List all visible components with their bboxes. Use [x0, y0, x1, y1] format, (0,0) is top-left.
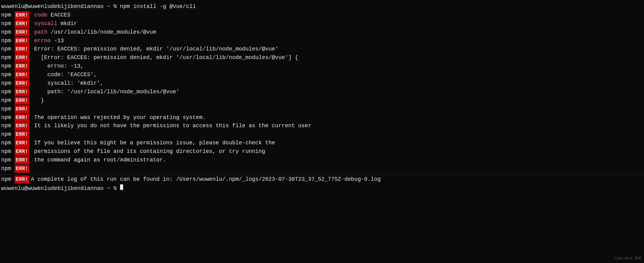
npm-label: npm [1, 105, 14, 113]
err-badge: ERR! [15, 88, 29, 96]
npm-label: npm [1, 45, 14, 54]
terminal-line-4: npm ERR! errno -13 [0, 37, 644, 45]
terminal-line-18: npm ERR! the command again as root/Admin… [0, 156, 644, 165]
terminal-window: wuwenlu@wuwenludebijibendiannao ~ % npm … [0, 0, 644, 263]
npm-label: npm [1, 122, 14, 130]
npm-label: npm [1, 20, 14, 28]
npm-label: npm [1, 79, 14, 88]
terminal-line-13: npm ERR! The operation was rejected by y… [0, 113, 644, 122]
err-text: permissions of the file and its containi… [31, 147, 265, 156]
err-badge: ERR! [15, 97, 29, 105]
err-text: If you believe this might be a permissio… [31, 139, 275, 147]
terminal-line-7: npm ERR! errno: -13, [0, 62, 644, 71]
npm-label: npm [1, 96, 14, 105]
err-badge: ERR! [15, 148, 29, 156]
terminal-line-3: npm ERR! path /usr/local/lib/node_module… [0, 28, 644, 37]
err-val-path: /usr/local/lib/node_modules/@vue [47, 28, 156, 37]
bottom-log-line: npm ERR! A complete log of this run can … [0, 174, 644, 184]
err-badge: ERR! [15, 176, 29, 183]
err-val-eacces: EACCES [47, 11, 71, 20]
terminal-line-12: npm ERR! [0, 105, 644, 113]
terminal-line-15: npm ERR! [0, 130, 644, 139]
err-badge: ERR! [15, 122, 29, 130]
npm-label: npm [1, 156, 14, 165]
npm-label: npm [1, 175, 14, 184]
err-badge: ERR! [15, 139, 29, 147]
err-val-errno: -13 [51, 37, 64, 45]
err-badge: ERR! [15, 62, 29, 70]
err-text: syscall: 'mkdir', [31, 79, 104, 88]
terminal-line-19: npm ERR! [0, 165, 644, 173]
err-badge: ERR! [15, 45, 29, 53]
npm-label: npm [1, 71, 14, 79]
terminal-line-6: npm ERR! [Error: EACCES: permission deni… [0, 54, 644, 62]
err-badge: ERR! [15, 11, 29, 19]
npm-label: npm [1, 28, 14, 37]
final-prompt-line: wuwenlu@wuwenludebijibendiannao ~ % [0, 184, 644, 193]
err-badge: ERR! [15, 105, 29, 113]
err-text: } [31, 96, 44, 105]
watermark: CSDN @EVE 辉辉 [615, 256, 642, 261]
err-badge: ERR! [15, 156, 29, 164]
npm-label: npm [1, 62, 14, 71]
err-badge: ERR! [15, 80, 29, 87]
npm-label: npm [1, 139, 14, 147]
npm-label: npm [1, 147, 14, 156]
err-text: Error: EACCES: permission denied, mkdir … [31, 45, 278, 54]
terminal-line-2: npm ERR! syscall mkdir [0, 20, 644, 28]
err-badge: ERR! [15, 28, 29, 36]
terminal-line-5: npm ERR! Error: EACCES: permission denie… [0, 45, 644, 54]
prompt-text: wuwenlu@wuwenludebijibendiannao ~ % npm … [1, 2, 196, 11]
err-key-code: code [31, 11, 47, 20]
err-badge: ERR! [15, 37, 29, 45]
terminal-line-10: npm ERR! path: '/usr/local/lib/node_modu… [0, 88, 644, 96]
err-badge: ERR! [15, 131, 29, 139]
terminal-line-11: npm ERR! } [0, 96, 644, 105]
err-text: the command again as root/Administrator. [31, 156, 166, 165]
err-text: path: '/usr/local/lib/node_modules/@vue' [31, 88, 179, 96]
npm-label: npm [1, 165, 14, 173]
log-path-text: A complete log of this run can be found … [31, 175, 381, 184]
err-text: The operation was rejected by your opera… [31, 113, 206, 122]
prompt-line: wuwenlu@wuwenludebijibendiannao ~ % npm … [0, 2, 644, 11]
terminal-line-17: npm ERR! permissions of the file and its… [0, 147, 644, 156]
err-val-mkdir: mkdir [57, 20, 77, 28]
terminal-line-9: npm ERR! syscall: 'mkdir', [0, 79, 644, 88]
npm-label: npm [1, 88, 14, 96]
terminal-line-14: npm ERR! It is likely you do not have th… [0, 122, 644, 130]
err-badge: ERR! [15, 54, 29, 62]
err-key-path: path [31, 28, 47, 37]
err-badge: ERR! [15, 165, 29, 173]
err-badge: ERR! [15, 71, 29, 79]
final-prompt-text: wuwenlu@wuwenludebijibendiannao ~ % [1, 184, 120, 193]
npm-label: npm [1, 130, 14, 139]
npm-label: npm [1, 37, 14, 45]
terminal-line-1: npm ERR! code EACCES [0, 11, 644, 20]
terminal-line-16: npm ERR! If you believe this might be a … [0, 139, 644, 147]
npm-label: npm [1, 113, 14, 122]
err-text-it: It is likely you do not have the permiss… [31, 122, 311, 130]
err-text: [Error: EACCES: permission denied, mkdir… [31, 54, 298, 62]
err-text: errno: -13, [31, 62, 84, 71]
terminal-line-8: npm ERR! code: 'EACCES', [0, 71, 644, 79]
err-key-syscall: syscall [31, 20, 57, 28]
cursor-block [120, 184, 123, 190]
err-key-errno: errno [31, 37, 51, 45]
err-badge: ERR! [15, 114, 29, 122]
err-text: code: 'EACCES', [31, 71, 97, 79]
npm-label: npm [1, 54, 14, 62]
err-badge: ERR! [15, 20, 29, 28]
npm-label: npm [1, 11, 14, 20]
